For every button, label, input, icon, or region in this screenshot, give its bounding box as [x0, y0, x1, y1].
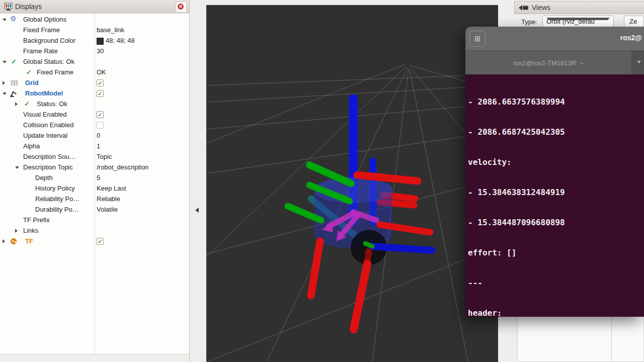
terminal-titlebar[interactable]: ⊞ ros2@ — [465, 27, 644, 50]
new-tab-button[interactable]: ⊞ — [469, 31, 486, 47]
row-visual-enabled[interactable]: Visual Enabled — [0, 109, 189, 120]
3d-viewport[interactable] — [206, 5, 498, 362]
terminal-line: header: — [468, 308, 644, 317]
row-label: Reliability Po… — [35, 195, 79, 203]
row-collision-enabled[interactable]: Collision Enabled — [0, 120, 189, 130]
terminal-line: effort: [] — [468, 248, 644, 258]
expand-arrow-icon[interactable] — [3, 61, 7, 63]
terminal-window[interactable]: ⊞ ros2@ ros2@ros2-TM1613R: ~ - 2086.6637… — [465, 27, 644, 317]
row-value[interactable]: Volatile — [97, 206, 118, 213]
tf-enabled-checkbox[interactable] — [97, 238, 104, 245]
row-label: Visual Enabled — [23, 111, 67, 118]
panel-collapse-arrow-icon[interactable] — [195, 208, 199, 213]
row-label: TF — [25, 237, 33, 245]
expand-arrow-icon[interactable] — [3, 19, 7, 21]
row-label: Alpha — [23, 142, 40, 150]
expand-arrow-icon[interactable] — [15, 166, 19, 169]
row-value: OK — [97, 68, 106, 76]
row-fixed-frame[interactable]: Fixed Frame base_link — [0, 25, 189, 35]
row-value[interactable]: 0 — [97, 132, 100, 139]
row-grid-display[interactable]: Grid — [0, 77, 189, 88]
check-icon: ✓ — [11, 58, 17, 65]
row-tf-display[interactable]: TF — [0, 236, 189, 246]
terminal-line: - 15.384487096680898 — [468, 218, 644, 228]
expand-arrow-icon[interactable] — [3, 81, 5, 85]
row-description-source[interactable]: Description Sou… Topic — [0, 151, 189, 162]
chevron-down-icon — [546, 18, 610, 20]
displays-icon — [4, 3, 13, 11]
robot-model — [288, 99, 432, 329]
row-label: Durability Po… — [35, 206, 79, 213]
row-label: Grid — [25, 79, 39, 86]
row-label: Background Color — [23, 37, 75, 44]
view-type-dropdown[interactable]: Orbit (rviz_defau — [542, 16, 614, 27]
color-swatch[interactable] — [97, 38, 104, 45]
close-icon: ✕ — [178, 4, 184, 10]
row-value[interactable]: Keep Last — [97, 185, 126, 192]
robotmodel-enabled-checkbox[interactable] — [97, 90, 104, 97]
terminal-output[interactable]: - 2086.6637576389994 - 2086.668742504230… — [465, 74, 644, 317]
visual-enabled-checkbox[interactable] — [97, 111, 104, 118]
displays-tree: ⚙ Global Options Fixed Frame base_link B… — [0, 14, 189, 354]
displays-panel-footer — [0, 354, 189, 362]
row-label: Description Sou… — [23, 153, 76, 160]
collision-enabled-checkbox[interactable] — [97, 122, 104, 129]
tab-list-chevron-icon[interactable] — [637, 61, 641, 63]
row-value[interactable]: /robot_description — [97, 163, 148, 171]
row-global-options[interactable]: ⚙ Global Options — [0, 14, 189, 25]
row-frame-rate[interactable]: Frame Rate 30 — [0, 46, 189, 56]
terminal-line: --- — [468, 278, 644, 288]
row-label: Update Interval — [23, 132, 67, 139]
row-links[interactable]: Links — [0, 225, 189, 236]
row-value[interactable]: Reliable — [97, 195, 120, 203]
row-label: Description Topic — [23, 163, 73, 171]
views-panel-title: Views — [532, 4, 550, 12]
row-label: Fixed Frame — [37, 68, 73, 76]
tf-x-axis-red-leg-2 — [354, 264, 367, 329]
displays-titlebar: Displays ✕ — [0, 0, 189, 14]
robot-icon — [10, 90, 18, 97]
row-label: Status: Ok — [37, 100, 67, 108]
row-robotmodel-status[interactable]: ✓ Status: Ok — [0, 99, 189, 109]
row-value[interactable]: 48; 48; 48 — [106, 37, 135, 44]
row-background-color[interactable]: Background Color 48; 48; 48 — [0, 35, 189, 46]
expand-arrow-icon[interactable] — [15, 229, 18, 233]
camera-icon — [519, 5, 529, 11]
terminal-line: velocity: — [468, 157, 644, 167]
expand-arrow-icon[interactable] — [15, 102, 18, 106]
expand-arrow-icon[interactable] — [3, 239, 5, 243]
row-label: TF Prefix — [23, 216, 50, 224]
row-description-topic[interactable]: Description Topic /robot_description — [0, 162, 189, 172]
row-tf-prefix[interactable]: TF Prefix — [0, 215, 189, 225]
new-tab-icon: ⊞ — [474, 34, 481, 43]
terminal-tabbar: ros2@ros2-TM1613R: ~ — [465, 50, 644, 75]
row-value[interactable]: 30 — [97, 47, 104, 55]
row-label: Frame Rate — [23, 47, 58, 55]
row-alpha[interactable]: Alpha 1 — [0, 141, 189, 151]
tf-x-axis-red-leg-1 — [311, 241, 320, 296]
terminal-tab[interactable]: ros2@ros2-TM1613R: ~ — [465, 51, 631, 75]
row-update-interval[interactable]: Update Interval 0 — [0, 130, 189, 141]
row-value[interactable]: 5 — [97, 174, 100, 182]
row-history-policy[interactable]: History Policy Keep Last — [0, 183, 189, 194]
row-label: Depth — [35, 174, 53, 182]
row-depth[interactable]: Depth 5 — [0, 172, 189, 183]
row-label: Global Options — [23, 16, 66, 23]
terminal-window-title: ros2@ — [620, 34, 642, 42]
expand-arrow-icon[interactable] — [3, 93, 7, 95]
terminal-line: - 2086.6687425042305 — [468, 127, 644, 137]
row-value[interactable]: Topic — [97, 153, 112, 160]
zero-button[interactable]: Ze — [624, 16, 644, 27]
row-global-status[interactable]: ✓ Global Status: Ok — [0, 56, 189, 67]
row-label: RobotModel — [25, 89, 63, 97]
row-durability-policy[interactable]: Durability Po… Volatile — [0, 204, 189, 215]
row-value[interactable]: base_link — [97, 26, 124, 34]
close-displays-button[interactable]: ✕ — [176, 2, 187, 13]
view-type-label: Type: — [521, 18, 537, 26]
row-reliability-policy[interactable]: Reliability Po… Reliable — [0, 194, 189, 204]
row-label: Collision Enabled — [23, 121, 73, 129]
row-robotmodel-display[interactable]: RobotModel — [0, 88, 189, 99]
grid-enabled-checkbox[interactable] — [97, 79, 104, 86]
row-fixed-frame-status[interactable]: ✓ Fixed Frame OK — [0, 67, 189, 77]
row-value[interactable]: 1 — [97, 142, 100, 150]
